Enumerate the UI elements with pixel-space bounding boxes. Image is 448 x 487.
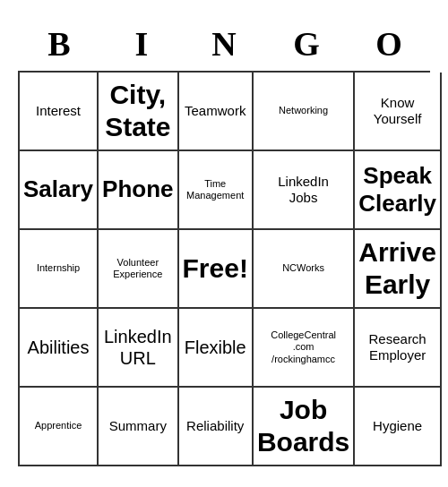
bingo-cell-22[interactable]: Reliability bbox=[179, 388, 254, 466]
bingo-cell-text-3: Networking bbox=[279, 105, 328, 116]
bingo-cell-13[interactable]: NCWorks bbox=[254, 230, 355, 309]
bingo-cell-text-17: Flexible bbox=[185, 337, 246, 358]
bingo-cell-text-14: ArriveEarly bbox=[358, 236, 436, 301]
bingo-cell-7[interactable]: TimeManagement bbox=[179, 151, 254, 230]
header-letter-G: G bbox=[265, 21, 348, 67]
bingo-cell-9[interactable]: SpeakClearly bbox=[355, 151, 442, 230]
bingo-cell-text-23: JobBoards bbox=[257, 394, 349, 458]
bingo-cell-text-8: LinkedInJobs bbox=[278, 174, 329, 206]
bingo-cell-text-24: Hygiene bbox=[373, 418, 422, 434]
bingo-cell-text-7: TimeManagement bbox=[186, 178, 244, 201]
bingo-cell-text-20: Apprentice bbox=[35, 420, 82, 431]
bingo-cell-11[interactable]: VolunteerExperience bbox=[99, 230, 178, 309]
header-letter-O: O bbox=[348, 21, 430, 67]
bingo-cell-text-19: ResearchEmployer bbox=[369, 331, 426, 363]
bingo-cell-17[interactable]: Flexible bbox=[179, 309, 254, 388]
bingo-cell-text-6: Phone bbox=[102, 175, 173, 203]
bingo-card: BINGO InterestCity,StateTeamworkNetworki… bbox=[9, 12, 439, 475]
bingo-cell-text-0: Interest bbox=[36, 103, 81, 119]
bingo-cell-text-13: NCWorks bbox=[282, 262, 324, 274]
bingo-cell-text-9: SpeakClearly bbox=[358, 162, 436, 218]
bingo-cell-text-18: CollegeCentral.com/rockinghamcc bbox=[271, 329, 336, 365]
header-letter-B: B bbox=[18, 21, 100, 67]
bingo-cell-2[interactable]: Teamwork bbox=[179, 73, 254, 151]
bingo-cell-16[interactable]: LinkedInURL bbox=[99, 309, 178, 388]
bingo-cell-19[interactable]: ResearchEmployer bbox=[355, 309, 442, 388]
bingo-cell-text-22: Reliability bbox=[186, 418, 244, 434]
bingo-cell-21[interactable]: Summary bbox=[99, 388, 178, 466]
bingo-cell-6[interactable]: Phone bbox=[99, 151, 178, 230]
header-letter-I: I bbox=[100, 21, 183, 67]
bingo-cell-20[interactable]: Apprentice bbox=[20, 388, 99, 466]
bingo-cell-3[interactable]: Networking bbox=[254, 73, 355, 151]
bingo-cell-10[interactable]: Internship bbox=[20, 230, 99, 309]
bingo-cell-text-2: Teamwork bbox=[185, 103, 246, 119]
bingo-cell-8[interactable]: LinkedInJobs bbox=[254, 151, 355, 230]
bingo-cell-text-15: Abilities bbox=[28, 337, 90, 358]
bingo-cell-1[interactable]: City,State bbox=[99, 73, 178, 151]
header-letter-N: N bbox=[183, 21, 265, 67]
bingo-cell-23[interactable]: JobBoards bbox=[254, 388, 355, 466]
bingo-cell-text-1: City,State bbox=[105, 79, 170, 143]
bingo-cell-text-16: LinkedInURL bbox=[104, 326, 172, 369]
bingo-cell-15[interactable]: Abilities bbox=[20, 309, 99, 388]
bingo-cell-text-21: Summary bbox=[109, 418, 167, 434]
bingo-header: BINGO bbox=[18, 21, 430, 67]
bingo-cell-text-11: VolunteerExperience bbox=[113, 257, 162, 280]
bingo-cell-12[interactable]: Free! bbox=[179, 230, 254, 309]
bingo-cell-4[interactable]: KnowYourself bbox=[355, 73, 442, 151]
bingo-cell-14[interactable]: ArriveEarly bbox=[355, 230, 442, 309]
bingo-grid: InterestCity,StateTeamworkNetworkingKnow… bbox=[18, 71, 430, 466]
bingo-cell-text-10: Internship bbox=[37, 262, 80, 274]
bingo-cell-text-4: KnowYourself bbox=[374, 95, 422, 127]
bingo-cell-18[interactable]: CollegeCentral.com/rockinghamcc bbox=[254, 309, 355, 388]
bingo-cell-5[interactable]: Salary bbox=[20, 151, 99, 230]
bingo-cell-text-12: Free! bbox=[183, 252, 248, 285]
bingo-cell-0[interactable]: Interest bbox=[20, 73, 99, 151]
bingo-cell-text-5: Salary bbox=[23, 175, 93, 203]
bingo-cell-24[interactable]: Hygiene bbox=[355, 388, 442, 466]
